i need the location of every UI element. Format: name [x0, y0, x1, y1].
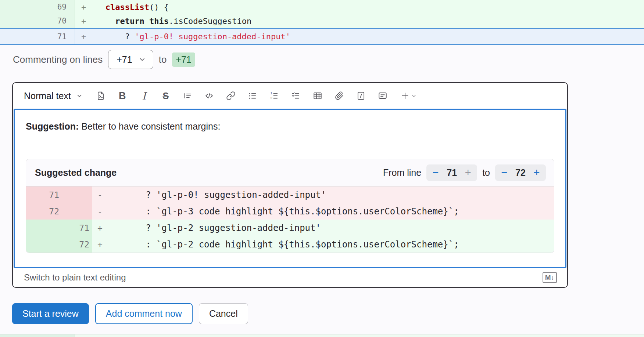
paperclip-icon: [334, 91, 344, 101]
line-number[interactable]: 69: [0, 0, 75, 14]
new-line-number: 72: [67, 236, 92, 253]
comment-button[interactable]: [374, 87, 391, 104]
text-style-label: Normal text: [24, 91, 71, 101]
to-line-decrement-button[interactable]: −: [497, 167, 512, 178]
suggested-change-line: 72+ : `gl-p-2 code highlight ${this.$opt…: [26, 236, 554, 253]
diff-line-row: 71+ ? 'gl-p-0! suggestion-added-input': [0, 28, 644, 45]
to-line-increment-button[interactable]: +: [529, 167, 544, 178]
editor-toolbar: Normal text BIS12: [13, 83, 567, 109]
chevron-down-icon: [76, 92, 83, 99]
to-label: to: [159, 54, 167, 65]
strikethrough-button[interactable]: S: [157, 87, 174, 104]
bold-button[interactable]: B: [114, 87, 131, 104]
text-style-dropdown[interactable]: Normal text: [24, 91, 83, 101]
comment-editor: Normal text BIS12 Suggestion: Better to …: [12, 82, 568, 288]
bullet-list-button[interactable]: [244, 87, 261, 104]
code-button[interactable]: [201, 87, 218, 104]
diff-code: : `gl-p-2 code highlight ${this.$options…: [108, 239, 459, 250]
quote-icon: [183, 91, 192, 101]
diff-sign: -: [92, 207, 108, 216]
ordered-list-icon: 12: [269, 91, 279, 101]
diff-code: : `gl-p-3 code highlight ${this.$options…: [108, 206, 459, 217]
italic-button[interactable]: I: [136, 87, 153, 104]
suggested-line-content: - ? 'gl-p-0! suggestion-added-input': [92, 186, 554, 203]
suggested-line-content: + : `gl-p-2 code highlight ${this.$optio…: [92, 236, 554, 253]
table-icon: [313, 91, 322, 101]
suggested-line-content: - : `gl-p-3 code highlight ${this.$optio…: [92, 203, 554, 220]
line-number[interactable]: 70: [0, 14, 75, 28]
attach-file-button[interactable]: [331, 87, 348, 104]
diff-sign: +: [81, 17, 91, 26]
diff-sign: +: [92, 240, 108, 249]
to-line-value: 72: [512, 167, 529, 178]
link-icon: [226, 91, 236, 101]
chevron-down-icon: [411, 93, 417, 99]
svg-text:1: 1: [271, 91, 272, 95]
diff-sign: +: [81, 32, 91, 41]
more-options-button[interactable]: [396, 87, 422, 104]
diff-sign: +: [92, 223, 108, 233]
suggestion-text: Better to have consistent margins:: [79, 121, 220, 131]
comment-actions: Start a review Add comment now Cancel: [12, 303, 644, 324]
from-line-stepper: − 71 +: [426, 164, 477, 181]
suggested-change-line: 72- : `gl-p-3 code highlight ${this.$opt…: [26, 203, 554, 220]
diff-code: ? 'gl-p-0! suggestion-added-input': [91, 32, 290, 41]
to-line-label: to: [482, 167, 490, 178]
next-diff-content: [75, 334, 644, 337]
add-comment-now-button[interactable]: Add comment now: [95, 303, 193, 324]
from-line-increment-button[interactable]: +: [460, 167, 476, 178]
details-block-icon: [356, 91, 366, 101]
strikethrough-icon: S: [162, 91, 169, 101]
diff-line-row: 70+ return this.isCodeSuggestion: [0, 14, 644, 28]
diff-sign: +: [81, 3, 91, 12]
bullet-list-icon: [248, 91, 257, 101]
line-number[interactable]: 71: [0, 29, 75, 44]
next-diff-row-partial: [0, 334, 644, 337]
commenting-on-lines-row: Commenting on lines +71 to +71: [13, 50, 644, 69]
switch-to-plain-text-button[interactable]: Switch to plain text editing: [24, 272, 126, 283]
commenting-label: Commenting on lines: [13, 54, 103, 65]
insert-suggestion-button[interactable]: [92, 87, 109, 104]
from-line-dropdown[interactable]: +71: [108, 50, 153, 69]
diff-code: classList() {: [91, 3, 169, 12]
suggested-change-widget: Suggested change From line − 71 + to − 7…: [26, 159, 554, 253]
old-line-number: [26, 236, 67, 253]
suggested-change-line: 71- ? 'gl-p-0! suggestion-added-input': [26, 186, 554, 203]
diff-line-row: 69+ classList() {: [0, 0, 644, 14]
next-diff-gutter: [0, 334, 75, 337]
diff-sign: -: [92, 190, 108, 200]
code-diff-table: 69+ classList() {70+ return this.isCodeS…: [0, 0, 644, 45]
table-button[interactable]: [309, 87, 326, 104]
suggestion-icon: [96, 91, 105, 101]
diff-line-content: + classList() {: [75, 3, 644, 12]
svg-text:2: 2: [271, 96, 272, 100]
old-line-number: 71: [26, 186, 67, 203]
to-line-stepper: − 72 +: [495, 164, 546, 181]
suggestion-paragraph: Suggestion: Better to have consistent ma…: [26, 120, 554, 133]
new-line-number: [67, 186, 92, 203]
start-review-button[interactable]: Start a review: [12, 303, 89, 324]
diff-code: return this.isCodeSuggestion: [91, 17, 251, 26]
suggested-change-header: Suggested change From line − 71 + to − 7…: [26, 159, 554, 186]
suggested-change-line: 71+ ? 'gl-p-2 suggestion-added-input': [26, 220, 554, 236]
old-line-number: 72: [26, 203, 67, 220]
suggested-change-title: Suggested change: [35, 167, 117, 178]
task-list-button[interactable]: [287, 87, 304, 104]
from-line-value: 71: [443, 167, 460, 178]
markdown-supported-icon[interactable]: M↓: [543, 272, 557, 283]
plus-icon: [400, 91, 410, 101]
link-button[interactable]: [222, 87, 239, 104]
italic-icon: I: [142, 90, 146, 102]
comment-body[interactable]: Suggestion: Better to have consistent ma…: [14, 109, 566, 268]
diff-code: ? 'gl-p-0! suggestion-added-input': [108, 190, 326, 200]
ordered-list-button[interactable]: 12: [266, 87, 283, 104]
details-block-button[interactable]: [353, 87, 369, 104]
diff-code: ? 'gl-p-2 suggestion-added-input': [108, 223, 321, 233]
comment-icon: [378, 91, 387, 101]
editor-footer: Switch to plain text editing M↓: [13, 268, 567, 287]
quote-button[interactable]: [179, 87, 196, 104]
cancel-button[interactable]: Cancel: [199, 303, 248, 324]
from-line-decrement-button[interactable]: −: [428, 167, 443, 178]
task-list-icon: [291, 91, 301, 101]
from-line-label: From line: [383, 167, 421, 178]
